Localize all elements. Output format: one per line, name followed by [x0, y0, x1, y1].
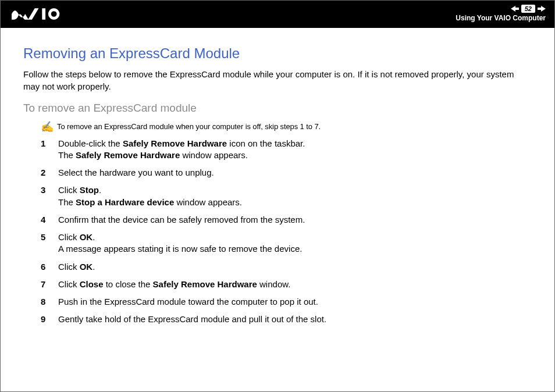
svg-rect-0	[42, 8, 45, 19]
vaio-logo	[12, 8, 65, 20]
header-bar: 52 Using Your VAIO Computer	[0, 0, 555, 28]
intro-paragraph: Follow the steps below to remove the Exp…	[23, 69, 532, 92]
note-icon: ✍	[41, 122, 54, 132]
page-content: Removing an ExpressCard Module Follow th…	[0, 28, 555, 326]
section-subtitle: To remove an ExpressCard module	[23, 101, 532, 116]
step-7: Click Close to close the Safely Remove H…	[41, 279, 532, 290]
next-page-arrow-icon[interactable]	[538, 6, 546, 12]
page-nav: 52	[511, 5, 546, 13]
svg-marker-2	[538, 6, 546, 12]
step-2: Select the hardware you want to unplug.	[41, 167, 532, 179]
note: ✍ To remove an ExpressCard module when y…	[41, 122, 532, 132]
page-title: Removing an ExpressCard Module	[23, 44, 532, 63]
step-5: Click OK. A message appears stating it i…	[41, 231, 532, 255]
prev-page-arrow-icon[interactable]	[511, 6, 519, 12]
steps-list: Double-click the Safely Remove Hardware …	[41, 138, 532, 326]
section-breadcrumb: Using Your VAIO Computer	[456, 13, 546, 23]
step-1: Double-click the Safely Remove Hardware …	[41, 138, 532, 162]
step-4: Confirm that the device can be safely re…	[41, 214, 532, 226]
step-6: Click OK.	[41, 261, 532, 273]
step-9: Gently take hold of the ExpressCard modu…	[41, 313, 532, 325]
svg-marker-1	[511, 6, 519, 12]
step-8: Push in the ExpressCard module toward th…	[41, 296, 532, 308]
step-3: Click Stop. The Stop a Hardware device w…	[41, 184, 532, 208]
note-text: To remove an ExpressCard module when you…	[57, 122, 321, 132]
page-number: 52	[521, 5, 535, 13]
